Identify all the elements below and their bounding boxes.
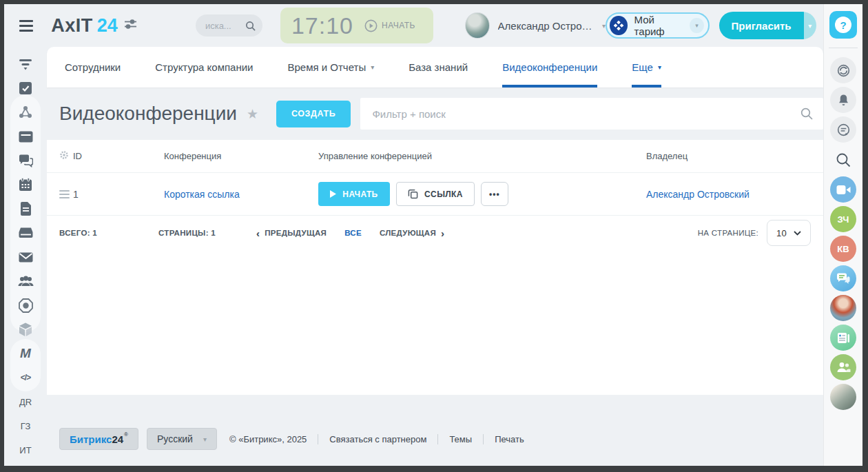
footer-link-themes[interactable]: Темы: [437, 434, 472, 444]
tab-videoconferences[interactable]: Видеоконференции: [502, 47, 597, 88]
user-badge-zch[interactable]: ЗЧ: [830, 206, 856, 232]
footer-link-print[interactable]: Печать: [483, 434, 524, 444]
news-button[interactable]: [830, 325, 856, 351]
search-button[interactable]: [836, 152, 851, 170]
invite-button[interactable]: Пригласить ▾: [719, 12, 816, 39]
messenger-button[interactable]: [830, 265, 856, 291]
column-header-management[interactable]: Управление конференцией: [318, 151, 646, 161]
assistant-avatar[interactable]: [830, 295, 856, 321]
user-avatar[interactable]: [465, 12, 489, 39]
kanban-icon[interactable]: [17, 129, 34, 144]
globe-sync-icon: [836, 63, 851, 78]
cube-icon[interactable]: [17, 322, 34, 337]
globe-sync-button[interactable]: [830, 57, 856, 83]
code-icon[interactable]: </>: [17, 370, 34, 385]
my-tariff-label: Мой тариф: [634, 14, 683, 37]
total-count: ВСЕГО: 1: [59, 229, 158, 237]
language-select[interactable]: Русский ▾: [147, 428, 217, 450]
menu-hamburger-icon[interactable]: [19, 17, 33, 34]
owner-link[interactable]: Александр Островский: [646, 189, 823, 200]
copy-icon: [408, 189, 418, 199]
search-icon: [836, 152, 851, 167]
conference-table: ID Конференция Управление конференцией В…: [47, 140, 823, 395]
people-icon[interactable]: [17, 274, 34, 289]
timer-start-label: НАЧАТЬ: [382, 21, 415, 30]
conference-link[interactable]: Короткая ссылка: [164, 189, 318, 200]
tab-employees[interactable]: Сотрудники: [65, 47, 121, 88]
timer-start-button[interactable]: НАЧАТЬ: [364, 19, 415, 32]
column-header-conference[interactable]: Конференция: [164, 151, 318, 161]
notifications-bell-button[interactable]: [830, 87, 856, 113]
calendar-icon[interactable]: [17, 177, 34, 192]
sidebar-item-it[interactable]: ИТ: [17, 442, 34, 458]
user-name[interactable]: Александр Островск...: [498, 20, 597, 32]
app-logo[interactable]: AxIT 24: [51, 15, 118, 37]
page-header: Видеоконференции ★ СОЗДАТЬ: [47, 88, 823, 140]
worktime-timer[interactable]: 17:10 НАЧАТЬ: [280, 8, 433, 43]
my-tariff-button[interactable]: Мой тариф ▾: [606, 12, 709, 39]
user-badge-kv[interactable]: КВ: [830, 236, 856, 262]
all-pages-button[interactable]: ВСЕ: [344, 229, 362, 237]
main-area: Сотрудники Структура компании Время и От…: [47, 47, 823, 466]
topbar: AxIT 24 17:10 НАЧАТЬ Александр Островск.…: [4, 4, 823, 47]
create-button[interactable]: СОЗДАТЬ: [276, 101, 351, 127]
logo-number: 24: [97, 15, 118, 37]
mail-icon[interactable]: [17, 249, 34, 265]
bell-icon: [837, 94, 850, 107]
bitrix24-logo-button[interactable]: Битрикс24®: [59, 428, 138, 450]
news-doc-icon: [837, 332, 850, 344]
start-conference-button[interactable]: НАЧАТЬ: [318, 182, 390, 206]
chat-lines-icon: [836, 123, 851, 137]
global-search-input[interactable]: [205, 21, 245, 31]
tab-more[interactable]: Еще▾: [632, 47, 661, 88]
tab-time-reports[interactable]: Время и Отчеты▾: [287, 47, 374, 88]
pages-count: СТРАНИЦЫ: 1: [158, 229, 214, 237]
tab-knowledge-base[interactable]: База знаний: [409, 47, 468, 88]
chevron-down-icon: ▾: [690, 18, 703, 33]
contacts-button[interactable]: [830, 354, 856, 380]
video-camera-icon: [836, 185, 851, 195]
sidebar-item-dr[interactable]: ДR: [17, 394, 34, 409]
timer-time: 17:10: [291, 12, 353, 39]
table-settings-gear-icon[interactable]: [59, 150, 73, 163]
per-page-label: НА СТРАНИЦЕ:: [698, 229, 758, 237]
filter-search-input[interactable]: [360, 98, 823, 130]
marketing-icon[interactable]: M: [17, 346, 34, 361]
row-actions: НАЧАТЬ ССЫЛКА •••: [318, 182, 646, 206]
column-header-id[interactable]: ID: [73, 151, 164, 161]
network-icon[interactable]: [17, 105, 34, 120]
divider: [829, 48, 858, 48]
row-id: 1: [73, 189, 164, 200]
column-header-owner[interactable]: Владелец: [646, 151, 823, 161]
right-sidebar: ? ЗЧ КВ: [823, 4, 862, 466]
sliders-icon[interactable]: [125, 19, 136, 32]
drive-icon[interactable]: [17, 225, 34, 240]
tasks-icon[interactable]: [17, 81, 34, 96]
pagination: ВСЕГО: 1 СТРАНИЦЫ: 1 ‹ПРЕДЫДУЩАЯ ВСЕ СЛЕ…: [47, 216, 823, 250]
partner-avatar[interactable]: [830, 384, 856, 410]
sidebar-item-gz[interactable]: ГЗ: [17, 418, 34, 433]
filter-search[interactable]: [360, 98, 823, 130]
global-search[interactable]: [196, 14, 262, 37]
per-page-select[interactable]: 10: [767, 220, 811, 246]
help-button[interactable]: ?: [829, 11, 857, 39]
drag-handle-icon[interactable]: [59, 188, 70, 201]
invite-label[interactable]: Пригласить: [719, 12, 804, 39]
documents-icon[interactable]: [17, 201, 34, 216]
sites-icon[interactable]: [17, 298, 34, 313]
tab-company-structure[interactable]: Структура компании: [155, 47, 253, 88]
chevron-down-icon: [794, 231, 801, 236]
favorite-star-icon[interactable]: ★: [247, 106, 258, 122]
invite-dropdown[interactable]: ▾: [804, 12, 816, 39]
chevron-down-icon: ▾: [371, 63, 374, 71]
feed-icon[interactable]: [17, 57, 34, 72]
copy-link-button[interactable]: ССЫЛКА: [396, 182, 475, 206]
next-page-button[interactable]: СЛЕДУЮЩАЯ›: [380, 228, 444, 238]
chat-history-button[interactable]: [830, 116, 856, 143]
chat-icon[interactable]: [17, 153, 34, 168]
prev-page-button[interactable]: ‹ПРЕДЫДУЩАЯ: [256, 228, 327, 238]
footer-link-partner[interactable]: Связаться с партнером: [318, 434, 426, 444]
more-actions-button[interactable]: •••: [481, 182, 508, 206]
video-call-button[interactable]: [830, 176, 856, 203]
play-circle-icon: [364, 19, 378, 32]
